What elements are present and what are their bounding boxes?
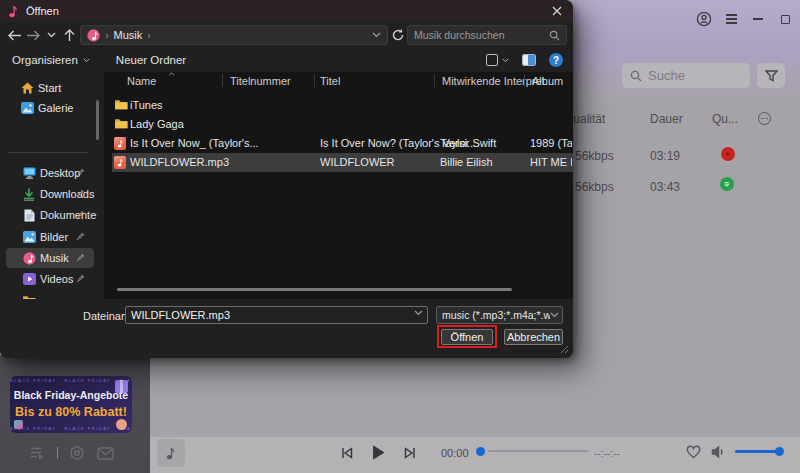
forward-icon[interactable] bbox=[24, 25, 42, 45]
column-quality-2[interactable]: Qu... bbox=[712, 112, 738, 126]
sidebar-item-start[interactable]: Start bbox=[0, 78, 100, 98]
sidebar-item-dokumente[interactable]: Dokumente bbox=[0, 205, 100, 225]
file-row-wildflower-selected[interactable]: WILDFLOWER.mp3 WILDFLOWER Billie Eilish … bbox=[112, 153, 573, 172]
sidebar-divider bbox=[8, 152, 88, 153]
play-icon[interactable] bbox=[371, 444, 386, 461]
track-thumbnail bbox=[157, 439, 185, 467]
account-icon[interactable] bbox=[696, 11, 712, 27]
app-window-controls bbox=[696, 11, 800, 27]
chevron-down-icon bbox=[83, 58, 90, 63]
funnel-icon bbox=[765, 70, 778, 82]
music-note-icon bbox=[164, 446, 178, 460]
menu-icon[interactable] bbox=[723, 11, 739, 27]
cancel-button[interactable]: Abbrechen bbox=[504, 329, 563, 345]
row-bitrate: 56kbps bbox=[575, 180, 614, 194]
sidebar-item-bilder[interactable]: Bilder bbox=[0, 227, 100, 247]
row-bitrate: 56kbps bbox=[575, 149, 614, 163]
volume-knob[interactable] bbox=[775, 447, 784, 456]
mail-icon[interactable] bbox=[97, 447, 114, 460]
favorite-icon[interactable] bbox=[686, 445, 701, 459]
new-folder-button[interactable]: Neuer Ordner bbox=[116, 54, 186, 66]
previous-track-icon[interactable] bbox=[340, 446, 354, 460]
file-row-itunes[interactable]: iTunes bbox=[112, 96, 573, 115]
app-search-field[interactable] bbox=[622, 63, 750, 88]
banner-decoration bbox=[116, 419, 127, 430]
breadcrumb-dropdown-icon[interactable] bbox=[372, 32, 381, 38]
app-logo-icon bbox=[8, 4, 19, 18]
sidebar-item-desktop[interactable]: Desktop bbox=[0, 163, 100, 183]
column-duration[interactable]: Dauer bbox=[650, 112, 683, 126]
settings-icon[interactable] bbox=[69, 445, 85, 461]
horizontal-scrollbar[interactable] bbox=[117, 288, 512, 291]
back-icon[interactable] bbox=[6, 25, 24, 45]
sidebar-item-videos[interactable]: Videos bbox=[0, 269, 100, 289]
column-header-tracknumber[interactable]: Titelnummer bbox=[230, 75, 291, 87]
open-button[interactable]: Öffnen bbox=[441, 329, 493, 345]
black-friday-banner[interactable]: BLACK FRIDAY · BLACK FRIDAY · BLACK FRID… bbox=[10, 376, 132, 433]
mp3-file-icon bbox=[114, 137, 126, 150]
volume-icon[interactable] bbox=[711, 445, 726, 459]
breadcrumb[interactable]: › Musik › bbox=[80, 25, 388, 45]
refresh-icon[interactable] bbox=[388, 25, 407, 45]
app-search-input[interactable] bbox=[648, 68, 738, 83]
dialog-sidebar: Start Galerie Desktop Downloads bbox=[0, 72, 100, 299]
app-left-panel: BLACK FRIDAY · BLACK FRIDAY · BLACK FRID… bbox=[0, 355, 150, 473]
filename-input[interactable] bbox=[125, 306, 428, 324]
music-icon bbox=[22, 251, 36, 265]
sort-ascending-icon bbox=[168, 72, 175, 76]
view-mode-button[interactable] bbox=[486, 54, 509, 66]
dialog-footer: Dateiname: music (*.mp3;*.m4a;*.wav;*.fl… bbox=[0, 299, 573, 358]
help-icon[interactable]: ? bbox=[549, 53, 563, 67]
open-file-dialog: Öffnen › Musik › bbox=[0, 0, 573, 358]
sidebar-item-partial[interactable] bbox=[0, 290, 100, 299]
file-row-is-it-over-now[interactable]: Is It Over Now_ (Taylor's... Is It Over … bbox=[112, 134, 573, 153]
progress-knob[interactable] bbox=[476, 447, 485, 456]
divider bbox=[57, 447, 58, 459]
minimize-icon[interactable] bbox=[750, 11, 766, 27]
chevron-down-icon bbox=[502, 58, 509, 63]
pin-icon bbox=[76, 168, 85, 177]
row-duration: 03:43 bbox=[650, 180, 680, 194]
recent-locations-icon[interactable] bbox=[42, 25, 60, 45]
banner-ticker-top: BLACK FRIDAY · BLACK FRIDAY · BLACK FRID… bbox=[10, 378, 132, 383]
document-icon bbox=[22, 208, 36, 222]
pin-icon bbox=[76, 232, 85, 241]
dialog-title: Öffnen bbox=[26, 5, 59, 17]
column-header-name[interactable]: Name bbox=[127, 75, 156, 87]
gift-icon bbox=[115, 380, 128, 393]
banner-discount: Bis zu 80% Rabatt! bbox=[10, 405, 132, 419]
progress-track[interactable] bbox=[488, 450, 588, 452]
dialog-search-field[interactable] bbox=[407, 25, 567, 45]
filter-button[interactable] bbox=[757, 63, 785, 88]
breadcrumb-item-musik[interactable]: Musik bbox=[114, 29, 143, 41]
pin-icon bbox=[76, 210, 85, 219]
file-row-lady-gaga[interactable]: Lady Gaga bbox=[112, 115, 573, 134]
desktop-icon bbox=[22, 166, 36, 180]
next-track-icon[interactable] bbox=[403, 446, 417, 460]
current-time: 00:00 bbox=[441, 447, 469, 459]
youtube-icon bbox=[721, 147, 735, 161]
maximize-icon[interactable] bbox=[777, 11, 793, 27]
total-time: --:--:-- bbox=[594, 448, 620, 459]
sidebar-item-galerie[interactable]: Galerie bbox=[0, 98, 100, 118]
column-header-title[interactable]: Titel bbox=[320, 75, 340, 87]
preview-pane-icon[interactable] bbox=[522, 54, 536, 66]
filetype-select[interactable]: music (*.mp3;*.m4a;*.wav;*.flac; bbox=[436, 306, 563, 324]
row-duration: 03:19 bbox=[650, 149, 680, 163]
banner-ticker-bottom: BLACK FRIDAY · BLACK FRIDAY · BLACK FRID… bbox=[10, 426, 132, 431]
chevron-down-icon bbox=[550, 312, 559, 318]
queue-icon[interactable] bbox=[30, 446, 46, 461]
banner-title: Black Friday-Angebote bbox=[10, 389, 132, 401]
breadcrumb-separator: › bbox=[147, 30, 150, 41]
resize-grip[interactable] bbox=[560, 345, 569, 354]
gallery-icon bbox=[20, 101, 34, 115]
sidebar-item-musik[interactable]: Musik bbox=[0, 248, 100, 268]
dialog-close-icon[interactable] bbox=[541, 0, 573, 22]
up-icon[interactable] bbox=[60, 25, 78, 45]
sidebar-item-downloads[interactable]: Downloads bbox=[0, 184, 100, 204]
dialog-search-input[interactable] bbox=[414, 29, 549, 41]
column-options-icon[interactable] bbox=[758, 112, 771, 125]
column-header-album[interactable]: Album bbox=[532, 75, 563, 87]
organize-button[interactable]: Organisieren bbox=[12, 54, 90, 66]
sidebar-scrollbar[interactable] bbox=[96, 100, 99, 140]
